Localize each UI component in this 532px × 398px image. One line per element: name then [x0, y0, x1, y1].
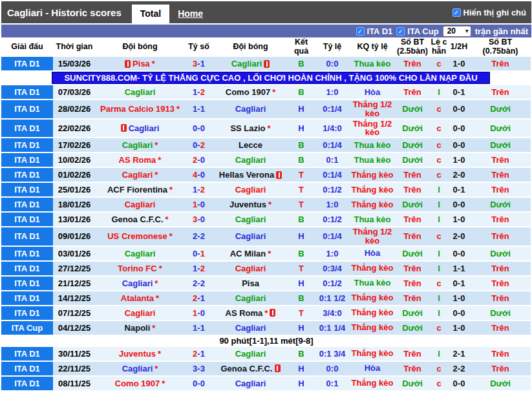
- match-count-select[interactable]: 20 ▾: [443, 26, 471, 37]
- away-team-cell[interactable]: AS Roma*: [213, 306, 288, 320]
- match-row: ITA D114/12/25Atalanta*2-1CagliariB0:1 1…: [1, 291, 531, 305]
- league-cell: ITA D1: [1, 306, 53, 320]
- league-label: ITA D1: [14, 104, 40, 114]
- away-team-cell[interactable]: Lecce: [213, 138, 288, 152]
- away-goals: 0: [200, 215, 205, 224]
- home-team-cell[interactable]: Cagliari*: [96, 138, 184, 152]
- ita-d1-checkbox[interactable]: ✓: [356, 27, 365, 36]
- tab-home[interactable]: Home: [169, 5, 211, 23]
- away-team-cell[interactable]: Como 1907*: [213, 85, 288, 99]
- over-under-2-5-cell: Dưới: [395, 120, 430, 138]
- column-header: Kết quả: [288, 38, 315, 56]
- result-cell: H: [288, 227, 315, 246]
- score-cell: 4-0: [184, 168, 213, 182]
- away-team-cell[interactable]: Cagliari: [213, 100, 288, 118]
- league-cell: ITA D1: [1, 85, 53, 99]
- home-team-cell[interactable]: Cagliari*: [96, 277, 184, 290]
- team-name: AS Roma: [119, 155, 156, 165]
- home-team-cell[interactable]: Cagliari: [96, 306, 184, 320]
- score-cell: 2-0: [184, 153, 213, 167]
- date-cell: 22/11/25: [53, 362, 96, 375]
- show-notes-label: Hiển thị ghi chú: [463, 8, 527, 17]
- odds-result-cell: Thua kèo: [350, 57, 395, 70]
- date-cell: 27/12/25: [53, 262, 96, 275]
- away-team-cell[interactable]: Cagliari: [213, 347, 288, 361]
- away-team-cell[interactable]: Cagliari: [213, 291, 288, 305]
- score-cell: 3-3: [184, 362, 213, 375]
- home-away-star: *: [154, 364, 158, 373]
- away-team-cell[interactable]: Cagliari: [213, 213, 288, 226]
- home-away-star: *: [152, 323, 155, 333]
- home-team-cell[interactable]: AS Roma*: [96, 153, 184, 167]
- home-goals: 3: [193, 215, 197, 224]
- away-team-cell[interactable]: Cagliari: [213, 57, 288, 70]
- red-card-icon: [276, 171, 282, 179]
- filter-ita-cup[interactable]: ✓ ITA Cup: [396, 26, 438, 36]
- result-cell: T: [288, 183, 315, 196]
- home-away-star: *: [158, 349, 161, 359]
- match-row: ITA D107/12/25Cagliari1-0AS Roma*T3/4:0T…: [1, 306, 531, 320]
- half-time-score-cell: 0-0: [448, 306, 470, 320]
- result-cell: B: [288, 85, 315, 99]
- home-team-cell[interactable]: Parma Calcio 1913*: [96, 100, 184, 118]
- home-team-cell[interactable]: Cagliari: [96, 120, 184, 138]
- home-goals: 1: [193, 200, 197, 209]
- home-team-cell[interactable]: Cagliari*: [96, 362, 184, 375]
- league-label: ITA D1: [14, 349, 40, 359]
- away-team-cell[interactable]: Cagliari: [213, 262, 288, 275]
- odds-result-text: Thua kèo: [352, 278, 392, 288]
- league-cell: ITA D1: [1, 291, 53, 305]
- home-team-cell[interactable]: Cagliari: [96, 198, 184, 211]
- home-team-cell[interactable]: Como 1907*: [96, 377, 184, 390]
- home-team-cell[interactable]: Cagliari: [96, 247, 184, 260]
- half-time-score-cell: 0-1: [448, 183, 470, 196]
- home-team-cell[interactable]: Atalanta*: [96, 291, 184, 305]
- away-goals: 1: [200, 104, 205, 114]
- away-team-cell[interactable]: Cagliari: [213, 183, 288, 196]
- match-row: ITA D108/11/25Como 1907*0-0CagliariH0:1T…: [1, 377, 531, 390]
- home-team-cell[interactable]: Genoa C.F.C.*: [96, 213, 184, 226]
- show-notes-checkbox[interactable]: ✓: [452, 8, 461, 17]
- filter-ita-d1[interactable]: ✓ ITA D1: [356, 26, 393, 36]
- score-cell: 2-2: [184, 227, 213, 246]
- odds-result-text: Thắng kèo: [350, 171, 394, 180]
- home-team-cell[interactable]: Napoli*: [96, 321, 184, 335]
- league-cell: ITA D1: [1, 377, 53, 390]
- team-name: Cagliari: [122, 278, 153, 288]
- team-name: Juventus: [119, 349, 156, 359]
- odds-result-cell: Thắng kèo: [350, 377, 395, 390]
- half-time-score-cell: 0-1: [448, 85, 470, 99]
- team-name: Como 1907: [226, 87, 270, 97]
- away-team-cell[interactable]: SS Lazio*: [213, 120, 288, 138]
- away-goals: 0: [200, 123, 205, 133]
- away-team-cell[interactable]: Pisa: [213, 277, 288, 290]
- home-team-cell[interactable]: Cagliari: [96, 85, 184, 99]
- away-team-cell[interactable]: Hellas Verona: [213, 168, 288, 182]
- away-team-cell[interactable]: Cagliari: [213, 153, 288, 167]
- chevron-down-icon: ▾: [465, 28, 469, 34]
- away-team-cell[interactable]: Cagliari: [213, 321, 288, 335]
- home-team-cell[interactable]: Juventus*: [96, 347, 184, 361]
- odd-even-cell: c: [430, 227, 448, 246]
- over-under-0-75-cell: Trên: [470, 213, 531, 226]
- odds-result-cell: Thua kèo: [350, 138, 395, 152]
- league-label: ITA D1: [14, 185, 40, 194]
- away-team-cell[interactable]: AC Milan*: [213, 247, 288, 260]
- over-under-2-5-cell: Trên: [395, 347, 430, 361]
- away-team-cell[interactable]: Cagliari: [213, 377, 288, 390]
- home-team-cell[interactable]: US Cremonese*: [96, 227, 184, 246]
- ad-banner[interactable]: SUNCITY888.COM- TỶ LỆ THẮNG CỰC CAO , LỐ…: [52, 72, 490, 84]
- tab-total[interactable]: Total: [132, 5, 169, 23]
- home-team-cell[interactable]: Cagliari*: [96, 168, 184, 182]
- ita-cup-checkbox[interactable]: ✓: [396, 27, 405, 36]
- date-cell: 18/01/26: [53, 198, 96, 211]
- odds-result-cell: Thắng 1/2 kèo: [350, 227, 395, 246]
- away-team-cell[interactable]: Genoa C.F.C.: [213, 362, 288, 375]
- half-time-score-cell: 2-2: [448, 362, 470, 375]
- away-team-cell[interactable]: Juventus*: [213, 198, 288, 211]
- home-team-cell[interactable]: Pisa*: [96, 57, 184, 70]
- away-goals: 0: [200, 170, 205, 180]
- home-team-cell[interactable]: ACF Fiorentina*: [96, 183, 184, 196]
- away-team-cell[interactable]: Cagliari: [213, 227, 288, 246]
- home-team-cell[interactable]: Torino FC*: [96, 262, 184, 275]
